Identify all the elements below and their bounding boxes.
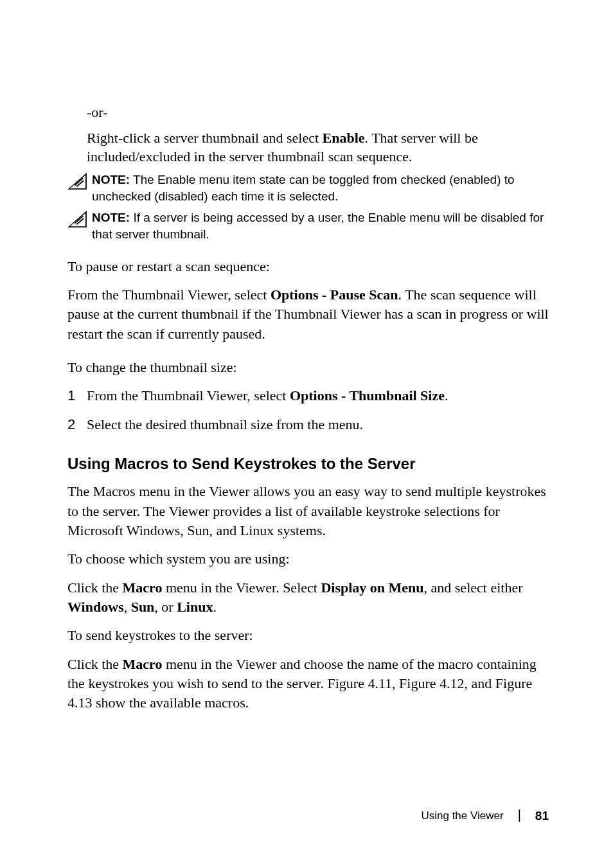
sun-bold: Sun: [131, 599, 155, 615]
text-segment: menu in the Viewer. Select: [162, 580, 321, 596]
right-click-paragraph: Right-click a server thumbnail and selec…: [87, 128, 549, 166]
or-block: -or- Right-click a server thumbnail and …: [87, 103, 549, 166]
macros-paragraph: The Macros menu in the Viewer allows you…: [67, 482, 549, 540]
page-container: -or- Right-click a server thumbnail and …: [0, 0, 613, 868]
text-segment: Right-click a server thumbnail and selec…: [87, 130, 323, 146]
text-segment: Click the: [67, 580, 123, 596]
options-pause-bold: Options - Pause Scan: [271, 287, 398, 303]
text-segment: .: [445, 387, 449, 403]
note-body: If a server is being accessed by a user,…: [92, 211, 544, 241]
send-keystrokes-line: To send keystrokes to the server:: [67, 626, 549, 645]
list-text: Select the desired thumbnail size from t…: [87, 415, 363, 434]
linux-bold: Linux: [177, 599, 213, 615]
note-icon: [67, 173, 87, 190]
note-text-2: NOTE: If a server is being accessed by a…: [92, 209, 549, 242]
macro-bold: Macro: [123, 656, 163, 672]
note-row-2: NOTE: If a server is being accessed by a…: [67, 209, 549, 242]
or-text: -or-: [87, 103, 549, 122]
footer-page-number: 81: [535, 809, 549, 823]
list-number: 2: [67, 415, 87, 434]
footer-separator: |: [518, 808, 521, 822]
change-size-line: To change the thumbnail size:: [67, 358, 549, 377]
text-segment: , and select either: [424, 580, 523, 596]
options-thumb-bold: Options - Thumbnail Size: [290, 387, 445, 403]
text-segment: , or: [154, 599, 177, 615]
windows-bold: Windows: [67, 599, 124, 615]
list-item-1: 1 From the Thumbnail Viewer, select Opti…: [67, 386, 549, 405]
text-segment: Click the: [67, 656, 123, 672]
list-item-2: 2 Select the desired thumbnail size from…: [67, 415, 549, 434]
click-macro-paragraph-2: Click the Macro menu in the Viewer and c…: [67, 655, 549, 713]
footer-title: Using the Viewer: [421, 810, 503, 822]
choose-system-line: To choose which system you are using:: [67, 549, 549, 569]
enable-bold: Enable: [323, 130, 365, 146]
text-segment: .: [213, 599, 217, 615]
pause-heading-line: To pause or restart a scan sequence:: [67, 257, 549, 276]
note-row-1: NOTE: The Enable menu item state can be …: [67, 172, 549, 204]
note-body: The Enable menu item state can be toggle…: [92, 173, 515, 203]
list-text: From the Thumbnail Viewer, select Option…: [87, 386, 448, 405]
section-heading: Using Macros to Send Keystrokes to the S…: [67, 455, 549, 473]
note-label: NOTE:: [92, 173, 130, 186]
note-icon: [67, 211, 87, 227]
macro-bold: Macro: [123, 580, 163, 596]
list-number: 1: [67, 386, 87, 405]
note-text-1: NOTE: The Enable menu item state can be …: [92, 172, 549, 204]
page-footer: Using the Viewer | 81: [421, 808, 549, 823]
text-segment: From the Thumbnail Viewer, select: [87, 387, 290, 403]
display-on-menu-bold: Display on Menu: [321, 580, 423, 596]
note-label: NOTE:: [92, 211, 130, 224]
click-macro-paragraph-1: Click the Macro menu in the Viewer. Sele…: [67, 578, 549, 617]
text-segment: ,: [124, 599, 131, 615]
from-thumbnail-paragraph: From the Thumbnail Viewer, select Option…: [67, 285, 549, 344]
text-segment: From the Thumbnail Viewer, select: [67, 287, 271, 303]
